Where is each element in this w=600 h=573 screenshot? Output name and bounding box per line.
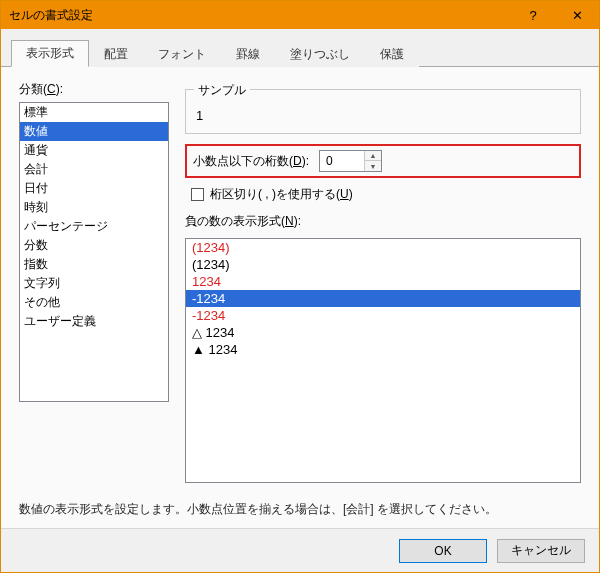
top-area: 分類(C): 標準数値通貨会計日付時刻パーセンテージ分数指数文字列その他ユーザー…: [19, 81, 581, 483]
spinner-buttons: ▲ ▼: [364, 151, 381, 171]
decimals-row: 小数点以下の桁数(D): ▲ ▼: [185, 144, 581, 178]
category-list[interactable]: 標準数値通貨会計日付時刻パーセンテージ分数指数文字列その他ユーザー定義: [19, 102, 169, 402]
thousands-row: 桁区切り( , )を使用する(U): [185, 186, 581, 203]
decimals-spinner[interactable]: ▲ ▼: [319, 150, 382, 172]
category-item[interactable]: 通貨: [20, 141, 168, 160]
ok-button[interactable]: OK: [399, 539, 487, 563]
close-icon[interactable]: ✕: [555, 1, 599, 29]
sample-legend: サンプル: [194, 82, 250, 99]
sample-box: サンプル 1: [185, 89, 581, 134]
negative-label: 負の数の表示形式(N):: [185, 213, 581, 230]
category-item[interactable]: 標準: [20, 103, 168, 122]
negative-format-item[interactable]: -1234: [186, 290, 580, 307]
spin-down-icon[interactable]: ▼: [365, 161, 381, 171]
tab-protection[interactable]: 保護: [365, 41, 419, 67]
sample-value: 1: [196, 108, 570, 123]
category-item[interactable]: 指数: [20, 255, 168, 274]
negative-format-item[interactable]: (1234): [186, 239, 580, 256]
tab-alignment[interactable]: 配置: [89, 41, 143, 67]
window-title: セルの書式設定: [9, 7, 93, 24]
negative-format-item[interactable]: △ 1234: [186, 324, 580, 341]
category-item[interactable]: 文字列: [20, 274, 168, 293]
decimals-label: 小数点以下の桁数(D):: [193, 153, 309, 170]
description-text: 数値の表示形式を設定します。小数点位置を揃える場合は、[会計] を選択してくださ…: [19, 501, 581, 518]
thousands-label: 桁区切り( , )を使用する(U): [210, 186, 353, 203]
tab-fill[interactable]: 塗りつぶし: [275, 41, 365, 67]
help-icon[interactable]: ?: [511, 1, 555, 29]
dialog-window: セルの書式設定 ? ✕ 表示形式 配置 フォント 罫線 塗りつぶし 保護 分類(…: [0, 0, 600, 573]
negative-format-item[interactable]: -1234: [186, 307, 580, 324]
tab-font[interactable]: フォント: [143, 41, 221, 67]
category-item[interactable]: 分数: [20, 236, 168, 255]
tab-number-format[interactable]: 表示形式: [11, 40, 89, 67]
decimals-input[interactable]: [320, 151, 364, 171]
spin-up-icon[interactable]: ▲: [365, 151, 381, 161]
negative-format-list[interactable]: (1234)(1234)1234-1234-1234△ 1234▲ 1234: [185, 238, 581, 483]
category-item[interactable]: 会計: [20, 160, 168, 179]
thousands-checkbox[interactable]: [191, 188, 204, 201]
left-column: 分類(C): 標準数値通貨会計日付時刻パーセンテージ分数指数文字列その他ユーザー…: [19, 81, 169, 483]
content-area: 分類(C): 標準数値通貨会計日付時刻パーセンテージ分数指数文字列その他ユーザー…: [1, 67, 599, 528]
category-item[interactable]: パーセンテージ: [20, 217, 168, 236]
tabstrip: 表示形式 配置 フォント 罫線 塗りつぶし 保護: [1, 41, 599, 67]
category-label: 分類(C):: [19, 81, 169, 98]
footer: OK キャンセル: [1, 528, 599, 572]
category-item[interactable]: 時刻: [20, 198, 168, 217]
negative-format-item[interactable]: 1234: [186, 273, 580, 290]
titlebar: セルの書式設定 ? ✕: [1, 1, 599, 29]
right-column: サンプル 1 小数点以下の桁数(D): ▲ ▼: [185, 81, 581, 483]
category-item[interactable]: ユーザー定義: [20, 312, 168, 331]
cancel-button[interactable]: キャンセル: [497, 539, 585, 563]
category-item[interactable]: 日付: [20, 179, 168, 198]
category-item[interactable]: その他: [20, 293, 168, 312]
tab-border[interactable]: 罫線: [221, 41, 275, 67]
category-item[interactable]: 数値: [20, 122, 168, 141]
negative-format-item[interactable]: ▲ 1234: [186, 341, 580, 358]
negative-format-item[interactable]: (1234): [186, 256, 580, 273]
